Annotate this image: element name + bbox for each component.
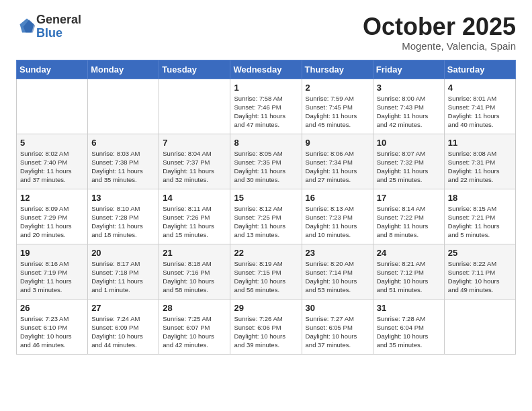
table-row: 6Sunrise: 8:03 AMSunset: 7:38 PMDaylight… xyxy=(88,134,159,189)
col-wednesday: Wednesday xyxy=(230,60,302,79)
table-row: 28Sunrise: 7:25 AMSunset: 6:07 PMDayligh… xyxy=(159,299,230,354)
day-number: 10 xyxy=(377,138,441,148)
day-number: 12 xyxy=(20,193,84,203)
logo-text: General Blue xyxy=(36,13,81,40)
day-info: Sunrise: 7:59 AMSunset: 7:45 PMDaylight:… xyxy=(306,94,369,130)
day-number: 21 xyxy=(163,248,226,258)
table-row xyxy=(159,79,230,134)
logo: General Blue xyxy=(16,13,81,40)
table-row: 17Sunrise: 8:14 AMSunset: 7:22 PMDayligh… xyxy=(373,189,444,244)
table-row: 21Sunrise: 8:18 AMSunset: 7:16 PMDayligh… xyxy=(159,244,230,299)
month-title: October 2025 xyxy=(363,13,516,40)
table-row: 18Sunrise: 8:15 AMSunset: 7:21 PMDayligh… xyxy=(444,189,515,244)
day-number: 7 xyxy=(163,138,226,148)
table-row: 10Sunrise: 8:07 AMSunset: 7:32 PMDayligh… xyxy=(373,134,444,189)
table-row xyxy=(444,299,515,354)
location: Mogente, Valencia, Spain xyxy=(363,40,516,52)
table-row: 26Sunrise: 7:23 AMSunset: 6:10 PMDayligh… xyxy=(17,299,88,354)
col-monday: Monday xyxy=(88,60,159,79)
table-row: 5Sunrise: 8:02 AMSunset: 7:40 PMDaylight… xyxy=(17,134,88,189)
col-saturday: Saturday xyxy=(444,60,515,79)
table-row: 25Sunrise: 8:22 AMSunset: 7:11 PMDayligh… xyxy=(444,244,515,299)
table-row: 27Sunrise: 7:24 AMSunset: 6:09 PMDayligh… xyxy=(88,299,159,354)
table-row xyxy=(88,79,159,134)
logo-general: General xyxy=(36,13,81,26)
table-row: 14Sunrise: 8:11 AMSunset: 7:26 PMDayligh… xyxy=(159,189,230,244)
day-info: Sunrise: 8:13 AMSunset: 7:23 PMDaylight:… xyxy=(306,204,369,240)
day-number: 30 xyxy=(306,303,369,313)
day-number: 11 xyxy=(448,138,512,148)
table-row: 29Sunrise: 7:26 AMSunset: 6:06 PMDayligh… xyxy=(230,299,302,354)
day-number: 2 xyxy=(306,83,369,93)
day-info: Sunrise: 8:19 AMSunset: 7:15 PMDaylight:… xyxy=(234,259,298,295)
day-number: 26 xyxy=(20,303,84,313)
day-info: Sunrise: 7:23 AMSunset: 6:10 PMDaylight:… xyxy=(20,314,84,350)
day-number: 31 xyxy=(377,303,441,313)
day-info: Sunrise: 8:07 AMSunset: 7:32 PMDaylight:… xyxy=(377,149,441,185)
day-number: 3 xyxy=(377,83,441,93)
day-info: Sunrise: 8:22 AMSunset: 7:11 PMDaylight:… xyxy=(448,259,512,295)
day-info: Sunrise: 8:06 AMSunset: 7:34 PMDaylight:… xyxy=(306,149,369,185)
day-info: Sunrise: 8:03 AMSunset: 7:38 PMDaylight:… xyxy=(91,149,155,185)
col-sunday: Sunday xyxy=(17,60,88,79)
day-info: Sunrise: 8:04 AMSunset: 7:37 PMDaylight:… xyxy=(163,149,226,185)
day-info: Sunrise: 8:02 AMSunset: 7:40 PMDaylight:… xyxy=(20,149,84,185)
day-number: 1 xyxy=(234,83,298,93)
day-info: Sunrise: 8:05 AMSunset: 7:35 PMDaylight:… xyxy=(234,149,298,185)
day-info: Sunrise: 8:09 AMSunset: 7:29 PMDaylight:… xyxy=(20,204,84,240)
calendar-week-3: 12Sunrise: 8:09 AMSunset: 7:29 PMDayligh… xyxy=(17,189,516,244)
table-row: 11Sunrise: 8:08 AMSunset: 7:31 PMDayligh… xyxy=(444,134,515,189)
day-number: 25 xyxy=(448,248,512,258)
day-info: Sunrise: 7:28 AMSunset: 6:04 PMDaylight:… xyxy=(377,314,441,350)
day-number: 14 xyxy=(163,193,226,203)
day-info: Sunrise: 7:27 AMSunset: 6:05 PMDaylight:… xyxy=(306,314,369,350)
calendar-week-5: 26Sunrise: 7:23 AMSunset: 6:10 PMDayligh… xyxy=(17,299,516,354)
table-row: 1Sunrise: 7:58 AMSunset: 7:46 PMDaylight… xyxy=(230,79,302,134)
table-row: 30Sunrise: 7:27 AMSunset: 6:05 PMDayligh… xyxy=(302,299,373,354)
table-row: 20Sunrise: 8:17 AMSunset: 7:18 PMDayligh… xyxy=(88,244,159,299)
day-number: 24 xyxy=(377,248,441,258)
table-row: 15Sunrise: 8:12 AMSunset: 7:25 PMDayligh… xyxy=(230,189,302,244)
day-info: Sunrise: 8:11 AMSunset: 7:26 PMDaylight:… xyxy=(163,204,226,240)
day-number: 8 xyxy=(234,138,298,148)
table-row: 31Sunrise: 7:28 AMSunset: 6:04 PMDayligh… xyxy=(373,299,444,354)
table-row: 19Sunrise: 8:16 AMSunset: 7:19 PMDayligh… xyxy=(17,244,88,299)
logo-blue: Blue xyxy=(36,26,62,40)
day-info: Sunrise: 7:24 AMSunset: 6:09 PMDaylight:… xyxy=(91,314,155,350)
day-number: 6 xyxy=(91,138,155,148)
day-number: 16 xyxy=(306,193,369,203)
calendar-week-2: 5Sunrise: 8:02 AMSunset: 7:40 PMDaylight… xyxy=(17,134,516,189)
day-number: 23 xyxy=(306,248,369,258)
table-row xyxy=(17,79,88,134)
day-number: 28 xyxy=(163,303,226,313)
calendar-week-4: 19Sunrise: 8:16 AMSunset: 7:19 PMDayligh… xyxy=(17,244,516,299)
logo-icon xyxy=(17,16,36,35)
day-info: Sunrise: 8:10 AMSunset: 7:28 PMDaylight:… xyxy=(91,204,155,240)
day-info: Sunrise: 8:08 AMSunset: 7:31 PMDaylight:… xyxy=(448,149,512,185)
day-number: 13 xyxy=(91,193,155,203)
day-info: Sunrise: 8:21 AMSunset: 7:12 PMDaylight:… xyxy=(377,259,441,295)
table-row: 9Sunrise: 8:06 AMSunset: 7:34 PMDaylight… xyxy=(302,134,373,189)
table-row: 13Sunrise: 8:10 AMSunset: 7:28 PMDayligh… xyxy=(88,189,159,244)
table-row: 8Sunrise: 8:05 AMSunset: 7:35 PMDaylight… xyxy=(230,134,302,189)
table-row: 16Sunrise: 8:13 AMSunset: 7:23 PMDayligh… xyxy=(302,189,373,244)
day-info: Sunrise: 8:17 AMSunset: 7:18 PMDaylight:… xyxy=(91,259,155,295)
day-number: 27 xyxy=(91,303,155,313)
day-number: 22 xyxy=(234,248,298,258)
table-row: 2Sunrise: 7:59 AMSunset: 7:45 PMDaylight… xyxy=(302,79,373,134)
calendar-header-row: Sunday Monday Tuesday Wednesday Thursday… xyxy=(17,60,516,79)
day-info: Sunrise: 7:58 AMSunset: 7:46 PMDaylight:… xyxy=(234,94,298,130)
day-number: 5 xyxy=(20,138,84,148)
col-tuesday: Tuesday xyxy=(159,60,230,79)
day-info: Sunrise: 8:20 AMSunset: 7:14 PMDaylight:… xyxy=(306,259,369,295)
day-number: 29 xyxy=(234,303,298,313)
col-friday: Friday xyxy=(373,60,444,79)
day-info: Sunrise: 8:18 AMSunset: 7:16 PMDaylight:… xyxy=(163,259,226,295)
day-number: 19 xyxy=(20,248,84,258)
day-info: Sunrise: 8:00 AMSunset: 7:43 PMDaylight:… xyxy=(377,94,441,130)
calendar-table: Sunday Monday Tuesday Wednesday Thursday… xyxy=(16,60,516,355)
table-row: 7Sunrise: 8:04 AMSunset: 7:37 PMDaylight… xyxy=(159,134,230,189)
day-number: 20 xyxy=(91,248,155,258)
col-thursday: Thursday xyxy=(302,60,373,79)
calendar-week-1: 1Sunrise: 7:58 AMSunset: 7:46 PMDaylight… xyxy=(17,79,516,134)
